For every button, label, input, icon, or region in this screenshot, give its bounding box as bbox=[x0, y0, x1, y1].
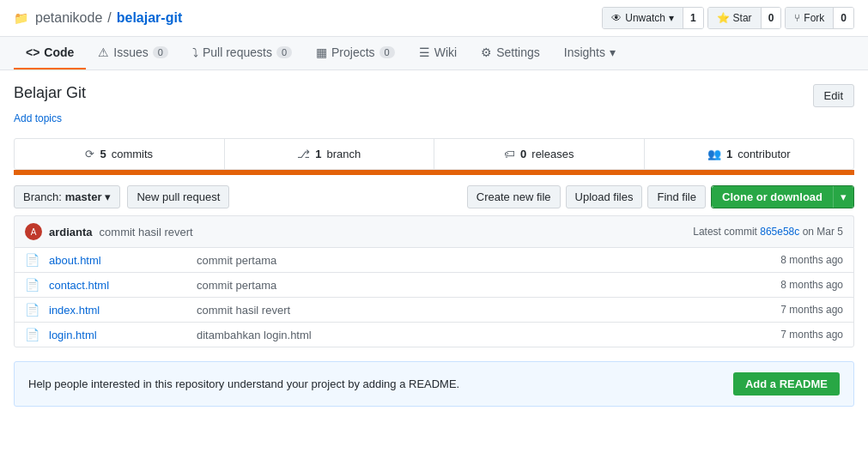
new-pull-request-button[interactable]: New pull request bbox=[127, 185, 229, 208]
releases-stat[interactable]: 🏷 0 releases bbox=[434, 139, 645, 169]
file-icon: 📄 bbox=[25, 253, 39, 267]
repo-owner[interactable]: petanikode bbox=[35, 10, 102, 26]
tab-projects-label: Projects bbox=[331, 45, 375, 59]
main-content: Belajar Git Edit Add topics ⟳ 5 commits … bbox=[0, 70, 868, 420]
file-time: 7 months ago bbox=[780, 329, 843, 341]
eye-icon: 👁 bbox=[611, 12, 622, 24]
unwatch-count: 1 bbox=[683, 8, 703, 28]
repo-desc-row: Belajar Git Edit bbox=[14, 84, 854, 107]
file-icon: 📄 bbox=[25, 328, 39, 341]
file-name[interactable]: about.html bbox=[49, 254, 186, 267]
create-new-file-button[interactable]: Create new file bbox=[467, 185, 561, 208]
file-row: 📄 index.html commit hasil revert 7 month… bbox=[15, 298, 853, 323]
fork-icon: ⑂ bbox=[794, 12, 800, 24]
file-row: 📄 about.html commit pertama 8 months ago bbox=[15, 248, 853, 273]
chevron-down-icon: ▾ bbox=[669, 12, 674, 24]
pr-badge: 0 bbox=[276, 46, 292, 58]
branches-label: branch bbox=[326, 148, 361, 160]
branches-count: 1 bbox=[315, 148, 321, 160]
commits-label: commits bbox=[112, 148, 153, 160]
add-readme-button[interactable]: Add a README bbox=[733, 372, 840, 396]
tab-wiki[interactable]: ☰ Wiki bbox=[407, 37, 469, 69]
file-commit-message: commit pertama bbox=[197, 279, 770, 292]
commits-count: 5 bbox=[100, 148, 106, 160]
file-row: 📄 login.html ditambahkan login.html 7 mo… bbox=[15, 323, 853, 347]
latest-commit-prefix: Latest commit bbox=[693, 226, 757, 238]
star-group: ⭐ Star 0 bbox=[707, 7, 782, 29]
tab-issues-label: Issues bbox=[113, 45, 148, 59]
tab-projects[interactable]: ▦ Projects 0 bbox=[304, 37, 407, 69]
unwatch-group: 👁 Unwatch ▾ 1 bbox=[602, 7, 703, 29]
language-progress-bar bbox=[14, 170, 854, 175]
clone-caret-button[interactable]: ▾ bbox=[833, 186, 853, 208]
repo-display-name: Belajar Git bbox=[14, 84, 86, 102]
right-actions: Create new file Upload files Find file C… bbox=[467, 185, 854, 208]
file-action-row: Branch: master ▾ New pull request Create… bbox=[14, 185, 854, 208]
insights-caret-icon: ▾ bbox=[610, 45, 616, 59]
star-icon: ⭐ bbox=[717, 12, 730, 24]
tab-code-label: Code bbox=[44, 45, 74, 59]
tab-code[interactable]: <> Code bbox=[14, 37, 86, 69]
file-name[interactable]: contact.html bbox=[49, 279, 186, 292]
find-file-button[interactable]: Find file bbox=[647, 185, 706, 208]
file-commit-message: commit pertama bbox=[197, 254, 770, 267]
edit-button[interactable]: Edit bbox=[813, 84, 854, 107]
committer-avatar: A bbox=[25, 223, 42, 240]
top-actions: 👁 Unwatch ▾ 1 ⭐ Star 0 ⑂ Fork 0 bbox=[602, 7, 854, 29]
tab-pull-requests[interactable]: ⤵ Pull requests 0 bbox=[180, 37, 304, 69]
tab-issues[interactable]: ⚠ Issues 0 bbox=[86, 37, 180, 69]
topbar: 📁 petanikode / belajar-git 👁 Unwatch ▾ 1… bbox=[0, 0, 868, 37]
unwatch-button[interactable]: 👁 Unwatch ▾ bbox=[603, 8, 683, 28]
file-commit-message: ditambahkan login.html bbox=[197, 329, 770, 341]
tab-pr-label: Pull requests bbox=[203, 45, 272, 59]
commit-right: Latest commit 865e58c on Mar 5 bbox=[693, 226, 843, 238]
tab-insights[interactable]: Insights ▾ bbox=[552, 37, 628, 69]
commits-stat[interactable]: ⟳ 5 commits bbox=[15, 139, 225, 169]
readme-notice: Help people interested in this repositor… bbox=[14, 361, 854, 407]
file-name[interactable]: login.html bbox=[49, 329, 186, 341]
left-actions: Branch: master ▾ New pull request bbox=[14, 185, 229, 208]
branch-label: Branch: bbox=[23, 190, 62, 203]
issues-icon: ⚠ bbox=[98, 45, 109, 59]
tab-insights-label: Insights bbox=[564, 45, 605, 59]
settings-icon: ⚙ bbox=[481, 45, 492, 59]
commit-message: commit hasil revert bbox=[100, 226, 193, 239]
releases-label: releases bbox=[531, 148, 574, 160]
file-icon: 📄 bbox=[25, 278, 39, 292]
commit-left: A ardianta commit hasil revert bbox=[25, 223, 193, 240]
commits-icon: ⟳ bbox=[85, 148, 94, 160]
clone-or-download-button[interactable]: Clone or download bbox=[712, 186, 833, 208]
releases-count: 0 bbox=[520, 148, 526, 160]
progress-fill bbox=[14, 170, 854, 175]
clone-or-download-group: Clone or download ▾ bbox=[711, 185, 854, 208]
branches-stat[interactable]: ⎇ 1 branch bbox=[225, 139, 435, 169]
file-name[interactable]: index.html bbox=[49, 304, 186, 317]
file-time: 8 months ago bbox=[780, 254, 843, 266]
star-button[interactable]: ⭐ Star bbox=[708, 8, 761, 28]
contributors-count: 1 bbox=[726, 148, 732, 160]
add-topics-link[interactable]: Add topics bbox=[14, 112, 62, 124]
upload-files-button[interactable]: Upload files bbox=[566, 185, 643, 208]
pr-icon: ⤵ bbox=[192, 45, 198, 59]
file-time: 8 months ago bbox=[780, 279, 843, 291]
stats-bar: ⟳ 5 commits ⎇ 1 branch 🏷 0 releases 👥 1 … bbox=[14, 138, 854, 170]
file-time: 7 months ago bbox=[780, 304, 843, 316]
tab-settings[interactable]: ⚙ Settings bbox=[469, 37, 552, 69]
latest-commit-row: A ardianta commit hasil revert Latest co… bbox=[14, 215, 854, 247]
branches-icon: ⎇ bbox=[297, 148, 310, 160]
unwatch-label: Unwatch bbox=[625, 12, 665, 24]
repo-name[interactable]: belajar-git bbox=[117, 10, 182, 26]
star-count: 0 bbox=[761, 8, 781, 28]
commit-sha[interactable]: 865e58c bbox=[760, 226, 799, 238]
projects-badge: 0 bbox=[379, 46, 395, 58]
commit-date: on Mar 5 bbox=[803, 226, 843, 238]
branch-name: master bbox=[65, 190, 102, 203]
fork-group: ⑂ Fork 0 bbox=[785, 7, 854, 29]
fork-button[interactable]: ⑂ Fork bbox=[786, 8, 833, 28]
branch-selector[interactable]: Branch: master ▾ bbox=[14, 185, 120, 208]
committer-name[interactable]: ardianta bbox=[49, 226, 93, 239]
contributors-stat[interactable]: 👥 1 contributor bbox=[645, 139, 854, 169]
tab-wiki-label: Wiki bbox=[434, 45, 457, 59]
branch-caret-icon: ▾ bbox=[105, 190, 111, 203]
repo-icon: 📁 bbox=[14, 11, 28, 25]
